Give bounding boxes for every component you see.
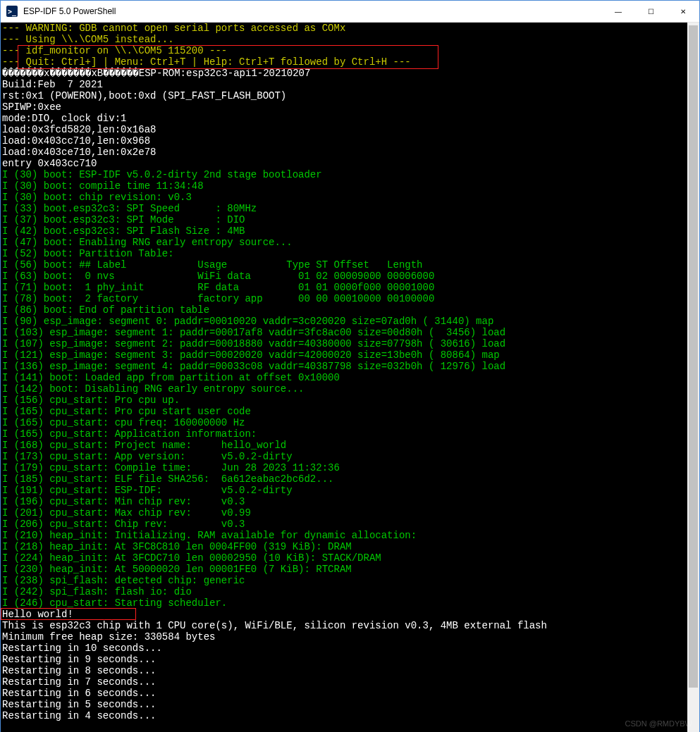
terminal-line: I (142) boot: Disabling RNG early entrop… — [2, 383, 304, 395]
terminal-line: --- WARNING: GDB cannot open serial port… — [2, 23, 345, 34]
scrollbar-thumb[interactable] — [689, 25, 698, 688]
terminal-line: I (230) heap_init: At 50000020 len 00001… — [2, 564, 352, 575]
terminal-line: I (30) boot: compile time 11:34:48 — [2, 180, 204, 192]
window-title: ESP-IDF 5.0 PowerShell — [23, 6, 116, 16]
terminal-line: I (165) cpu_start: cpu freq: 160000000 H… — [2, 417, 245, 428]
terminal-line: I (78) boot: 2 factory factory app 00 00… — [2, 293, 434, 304]
terminal-line: Restarting in 5 seconds... — [2, 699, 156, 710]
terminal-line: I (90) esp_image: segment 0: paddr=00010… — [2, 316, 493, 327]
watermark-text: CSDN @RMDYBW — [625, 719, 693, 728]
terminal-line: Restarting in 4 seconds... — [2, 710, 156, 721]
minimize-button[interactable]: — — [602, 1, 634, 22]
terminal-line: I (196) cpu_start: Min chip rev: v0.3 — [2, 496, 245, 507]
terminal-line: mode:DIO, clock div:1 — [2, 113, 126, 124]
terminal-line: load:0x3fcd5820,len:0x16a8 — [2, 124, 156, 135]
vertical-scrollbar[interactable] — [687, 23, 699, 732]
terminal-line: I (185) cpu_start: ELF file SHA256: 6a61… — [2, 473, 333, 485]
terminal-line: I (86) boot: End of partition table — [2, 304, 209, 316]
terminal-line: I (246) cpu_start: Starting scheduler. — [2, 597, 227, 609]
terminal-line: Build:Feb 7 2021 — [2, 79, 103, 90]
title-bar[interactable]: >_ ESP-IDF 5.0 PowerShell — ☐ ✕ — [1, 1, 699, 23]
terminal-line: I (165) cpu_start: Application informati… — [2, 428, 257, 440]
terminal-line: I (136) esp_image: segment 4: paddr=0003… — [2, 361, 505, 372]
terminal-area-wrap: --- WARNING: GDB cannot open serial port… — [1, 23, 699, 732]
terminal-line: This is esp32c3 chip with 1 CPU core(s),… — [2, 620, 547, 631]
terminal-area[interactable]: --- WARNING: GDB cannot open serial port… — [1, 23, 687, 732]
terminal-line: I (103) esp_image: segment 1: paddr=0001… — [2, 327, 505, 338]
terminal-line: I (107) esp_image: segment 2: paddr=0001… — [2, 338, 505, 349]
terminal-line: I (168) cpu_start: Project name: hello_w… — [2, 440, 286, 451]
terminal-line: I (156) cpu_start: Pro cpu up. — [2, 395, 180, 406]
terminal-line: I (37) boot.esp32c3: SPI Mode : DIO — [2, 214, 245, 225]
terminal-line: Restarting in 10 seconds... — [2, 643, 162, 654]
terminal-line: I (224) heap_init: At 3FCDC710 len 00002… — [2, 552, 381, 564]
terminal-line: I (191) cpu_start: ESP-IDF: v5.0.2-dirty — [2, 485, 293, 496]
close-button[interactable]: ✕ — [667, 1, 699, 22]
terminal-line: I (218) heap_init: At 3FC8C810 len 0004F… — [2, 541, 352, 552]
terminal-line: Restarting in 9 seconds... — [2, 654, 156, 665]
terminal-line: I (210) heap_init: Initializing. RAM ava… — [2, 530, 417, 541]
terminal-line: I (47) boot: Enabling RNG early entropy … — [2, 237, 293, 248]
terminal-line: I (33) boot.esp32c3: SPI Speed : 80MHz — [2, 203, 257, 214]
terminal-line: �������x�������xB������ESP-ROM:esp32c3-a… — [2, 68, 310, 79]
terminal-line: I (56) boot: ## Label Usage Type ST Offs… — [2, 259, 423, 271]
terminal-line: entry 0x403cc710 — [2, 158, 97, 169]
terminal-line: --- Quit: Ctrl+] | Menu: Ctrl+T | Help: … — [2, 56, 411, 68]
terminal-line: --- Using \\.\COM5 instead... — [2, 34, 174, 45]
powershell-window: >_ ESP-IDF 5.0 PowerShell — ☐ ✕ --- WARN… — [0, 0, 700, 732]
terminal-line: I (173) cpu_start: App version: v5.0.2-d… — [2, 451, 293, 462]
terminal-line: I (30) boot: chip revision: v0.3 — [2, 192, 192, 203]
powershell-icon: >_ — [6, 6, 18, 17]
terminal-line: I (242) spi_flash: flash io: dio — [2, 586, 192, 597]
terminal-line: I (63) boot: 0 nvs WiFi data 01 02 00009… — [2, 271, 434, 282]
terminal-line: I (30) boot: ESP-IDF v5.0.2-dirty 2nd st… — [2, 169, 322, 180]
terminal-line: I (238) spi_flash: detected chip: generi… — [2, 575, 245, 586]
terminal-line: I (71) boot: 1 phy_init RF data 01 01 00… — [2, 282, 434, 293]
terminal-line: Restarting in 8 seconds... — [2, 665, 156, 676]
terminal-line: load:0x403ce710,len:0x2e78 — [2, 147, 156, 158]
terminal-line: I (206) cpu_start: Chip rev: v0.3 — [2, 519, 245, 530]
terminal-line: I (179) cpu_start: Compile time: Jun 28 … — [2, 462, 340, 473]
terminal-line: I (201) cpu_start: Max chip rev: v0.99 — [2, 507, 257, 519]
terminal-line: I (121) esp_image: segment 3: paddr=0002… — [2, 349, 500, 361]
terminal-line: load:0x403cc710,len:0x968 — [2, 135, 150, 147]
terminal-line: I (52) boot: Partition Table: — [2, 248, 174, 259]
terminal-line: rst:0x1 (POWERON),boot:0xd (SPI_FAST_FLA… — [2, 90, 286, 101]
terminal-line: I (42) boot.esp32c3: SPI Flash Size : 4M… — [2, 225, 245, 237]
maximize-button[interactable]: ☐ — [634, 1, 667, 22]
terminal-line: Minimum free heap size: 330584 bytes — [2, 631, 215, 643]
terminal-line: Restarting in 7 seconds... — [2, 676, 156, 688]
terminal-line: Restarting in 6 seconds... — [2, 688, 156, 699]
terminal-line: --- idf_monitor on \\.\COM5 115200 --- — [2, 45, 227, 56]
terminal-line: I (141) boot: Loaded app from partition … — [2, 372, 340, 383]
terminal-line: I (165) cpu_start: Pro cpu start user co… — [2, 406, 251, 417]
terminal-line: SPIWP:0xee — [2, 101, 61, 113]
terminal-line: Hello world! — [2, 609, 73, 620]
